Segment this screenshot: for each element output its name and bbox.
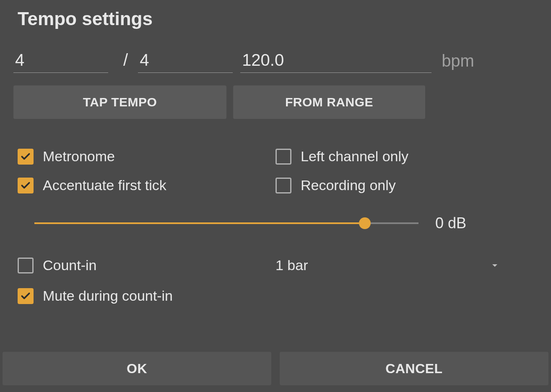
tempo-settings-dialog: Tempo settings / bpm TAP TEMPO FROM RANG… <box>0 0 551 392</box>
check-icon <box>20 291 31 302</box>
left-channel-checkbox[interactable] <box>276 149 291 165</box>
tap-tempo-button[interactable]: TAP TEMPO <box>13 85 226 119</box>
time-signature-numerator-input[interactable] <box>13 50 108 73</box>
time-signature-denominator-input[interactable] <box>138 50 233 73</box>
tempo-action-row: TAP TEMPO FROM RANGE <box>13 85 538 119</box>
check-icon <box>20 180 31 191</box>
mute-count-in-checkbox[interactable] <box>18 288 34 304</box>
bpm-unit-label: bpm <box>442 52 474 73</box>
accentuate-label: Accentuate first tick <box>43 177 166 193</box>
recording-only-label: Recording only <box>301 177 396 193</box>
count-in-checkbox[interactable] <box>18 258 34 273</box>
metronome-label: Metronome <box>43 148 115 165</box>
options-grid: Metronome Left channel only Accentuate f… <box>18 148 533 193</box>
from-range-button[interactable]: FROM RANGE <box>233 85 425 119</box>
recording-only-checkbox[interactable] <box>276 178 291 193</box>
dropdown-icon <box>490 260 500 271</box>
bpm-input[interactable] <box>240 50 431 73</box>
slider-fill <box>34 222 365 224</box>
count-in-bars-value: 1 bar <box>276 257 308 273</box>
dialog-button-row: OK CANCEL <box>0 352 551 385</box>
left-channel-label: Left channel only <box>301 148 408 165</box>
volume-readout: 0 dB <box>435 214 475 232</box>
volume-slider[interactable] <box>34 217 418 229</box>
dialog-title: Tempo settings <box>18 8 538 29</box>
metronome-checkbox[interactable] <box>18 149 34 165</box>
volume-row: 0 dB <box>34 214 536 232</box>
slider-thumb[interactable] <box>359 217 371 229</box>
ok-button[interactable]: OK <box>3 352 271 385</box>
cancel-button[interactable]: CANCEL <box>280 352 548 385</box>
time-signature-slash: / <box>123 51 128 73</box>
count-in-bars-select[interactable]: 1 bar <box>276 257 533 273</box>
count-in-label: Count-in <box>43 257 97 273</box>
check-icon <box>20 151 31 162</box>
accentuate-checkbox[interactable] <box>18 178 34 193</box>
mute-count-in-label: Mute during count-in <box>43 288 173 304</box>
time-signature-row: / bpm <box>13 50 538 73</box>
count-in-row: Count-in 1 bar <box>18 257 533 273</box>
